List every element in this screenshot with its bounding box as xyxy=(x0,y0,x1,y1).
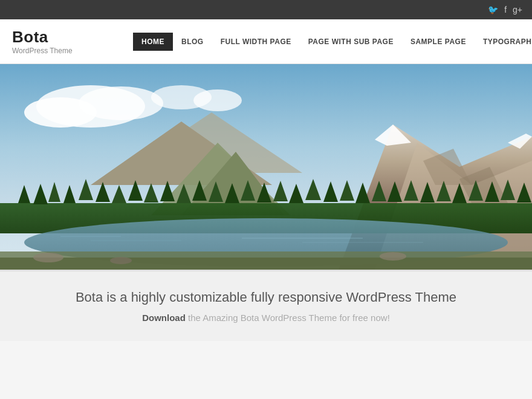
logo-subtitle: WordPress Theme xyxy=(12,47,133,55)
svg-point-5 xyxy=(193,89,242,111)
main-nav: HOMEBLOGFULL WIDTH PAGEPAGE WITH SUB PAG… xyxy=(133,33,532,51)
nav-item-sample-page[interactable]: SAMPLE PAGE xyxy=(402,33,475,51)
svg-point-56 xyxy=(33,253,63,262)
download-line: Download the Amazing Bota WordPress Them… xyxy=(12,313,520,323)
svg-rect-55 xyxy=(0,258,532,270)
hero-image xyxy=(0,64,532,270)
svg-point-57 xyxy=(110,257,132,264)
header: Bota WordPress Theme HOMEBLOGFULL WIDTH … xyxy=(0,19,532,64)
content-area: Bota is a highly customizable fully resp… xyxy=(0,270,532,341)
facebook-icon[interactable]: f xyxy=(504,5,507,15)
nav-item-page-with-sub-page[interactable]: PAGE WITH SUB PAGE xyxy=(300,33,402,51)
nav-item-home[interactable]: HOME xyxy=(133,33,173,51)
nav-item-full-width-page[interactable]: FULL WIDTH PAGE xyxy=(212,33,300,51)
googleplus-icon[interactable]: g+ xyxy=(513,5,522,15)
logo-area: Bota WordPress Theme xyxy=(12,28,133,55)
svg-point-3 xyxy=(79,86,163,120)
download-text: the Amazing Bota WordPress Theme for fre… xyxy=(186,313,390,323)
twitter-icon[interactable]: 🐦 xyxy=(488,5,498,15)
svg-point-58 xyxy=(380,252,406,261)
download-link[interactable]: Download xyxy=(142,313,186,323)
nav-item-blog[interactable]: BLOG xyxy=(173,33,212,51)
top-bar: 🐦 f g+ xyxy=(0,0,532,19)
logo-title[interactable]: Bota xyxy=(12,28,133,47)
tagline: Bota is a highly customizable fully resp… xyxy=(12,290,520,305)
nav-item-typography[interactable]: TYPOGRAPHY xyxy=(475,33,532,51)
